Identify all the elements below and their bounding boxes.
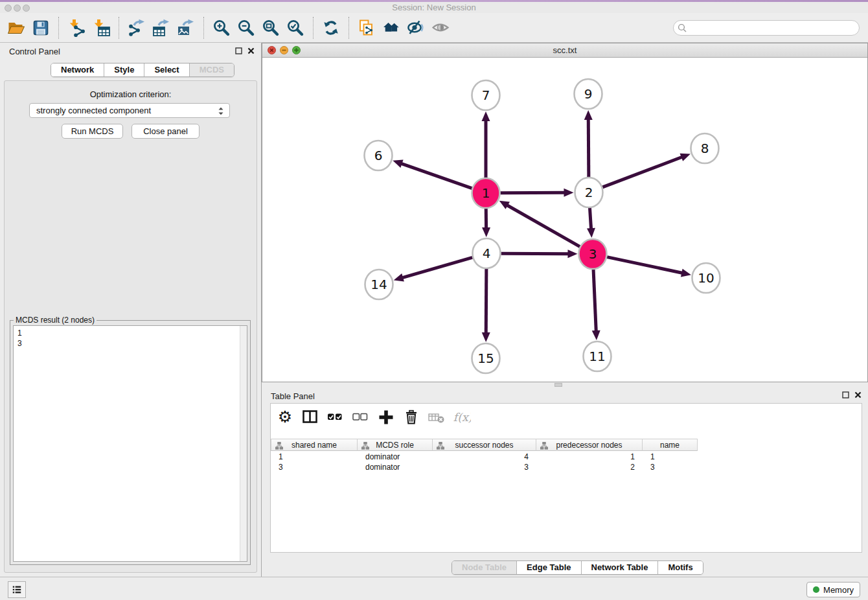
- edge-4-3[interactable]: [501, 253, 569, 254]
- application-window: Session: New Session Control Panel Netwo…: [0, 0, 868, 600]
- node-label-4: 4: [483, 246, 491, 261]
- import-table-icon: [92, 19, 110, 37]
- edge-arrow-1-4: [482, 227, 490, 237]
- edge-arrow-2-8: [680, 154, 691, 161]
- edge-arrow-1-6: [393, 160, 403, 168]
- open-file-button[interactable]: [4, 16, 29, 40]
- select-all-button[interactable]: [326, 408, 345, 427]
- tab-network[interactable]: Network: [51, 63, 104, 76]
- mcds-result-line: 1: [17, 328, 243, 338]
- edge-1-2[interactable]: [500, 192, 565, 193]
- export-network-button[interactable]: [124, 16, 149, 40]
- import-table-button[interactable]: [89, 16, 113, 40]
- save-session-icon: [32, 19, 50, 37]
- memory-label: Memory: [823, 585, 854, 595]
- toolbar-separator: [203, 17, 204, 39]
- node-label-11: 11: [589, 349, 605, 364]
- table-cell[interactable]: 3: [433, 462, 536, 472]
- result-scrollbar[interactable]: [240, 326, 247, 561]
- hide-panels-button[interactable]: [404, 16, 428, 40]
- table-row[interactable]: 1dominator411: [271, 452, 862, 462]
- zoom-out-button[interactable]: [234, 16, 258, 40]
- network-graph-canvas[interactable]: 7968124314101511: [262, 58, 867, 382]
- save-session-button[interactable]: [29, 16, 53, 40]
- network-window-titlebar[interactable]: scc.txt: [262, 43, 867, 58]
- home-view-icon: [382, 19, 400, 37]
- table-tab-motifs[interactable]: Motifs: [657, 561, 702, 574]
- horizontal-splitter-handle[interactable]: [554, 383, 562, 387]
- delete-table-button[interactable]: [402, 408, 420, 427]
- edge-3-11[interactable]: [593, 270, 596, 332]
- node-label-6: 6: [374, 148, 383, 163]
- apply-layout-icon: [322, 19, 340, 37]
- edge-2-3[interactable]: [590, 208, 591, 229]
- zoom-selected-button[interactable]: [283, 16, 308, 40]
- unselect-all-button[interactable]: [352, 408, 370, 427]
- table-cell[interactable]: 3: [643, 462, 698, 472]
- export-image-icon: [177, 19, 195, 37]
- close-panel-button[interactable]: Close panel: [131, 124, 200, 139]
- mcds-result-list[interactable]: 13: [13, 325, 247, 562]
- import-network-button[interactable]: [64, 16, 89, 40]
- sort-hierarchy-icon: [437, 442, 444, 450]
- table-settings-button[interactable]: ⚙: [276, 408, 294, 427]
- apply-layout-button[interactable]: [319, 16, 343, 40]
- node-label-7: 7: [482, 87, 490, 103]
- clone-network-button[interactable]: [354, 16, 379, 40]
- mcds-result-line: 3: [17, 338, 243, 349]
- table-cell[interactable]: 1: [271, 452, 358, 462]
- optimization-criterion-select[interactable]: strongly connected component: [29, 103, 230, 118]
- search-input[interactable]: [673, 20, 860, 36]
- table-cell[interactable]: 1: [643, 452, 698, 462]
- float-table-panel-icon[interactable]: [842, 391, 849, 398]
- export-table-button[interactable]: [149, 16, 174, 40]
- run-mcds-button[interactable]: Run MCDS: [62, 124, 123, 139]
- table-cell[interactable]: 1: [536, 452, 643, 462]
- split-panel-button[interactable]: [301, 408, 319, 427]
- table-tab-network-table[interactable]: Network Table: [581, 561, 658, 574]
- column-header-successor-nodes[interactable]: successor nodes: [433, 439, 536, 451]
- table-cell[interactable]: 4: [433, 452, 536, 462]
- edge-2-8[interactable]: [602, 157, 683, 187]
- edge-3-10[interactable]: [607, 257, 683, 273]
- edge-arrow-2-9: [584, 110, 593, 120]
- home-view-button[interactable]: [379, 16, 404, 40]
- edge-4-14[interactable]: [402, 257, 472, 278]
- zoom-in-icon: [212, 19, 231, 37]
- task-history-button[interactable]: [8, 581, 26, 598]
- edge-2-9[interactable]: [588, 119, 589, 177]
- add-column-button[interactable]: [377, 408, 395, 427]
- edge-3-1[interactable]: [507, 205, 580, 246]
- table-tab-edge-table[interactable]: Edge Table: [516, 561, 580, 574]
- column-header-MCDS-role[interactable]: MCDS role: [358, 439, 433, 451]
- tab-style[interactable]: Style: [104, 63, 144, 76]
- export-image-button[interactable]: [174, 16, 198, 40]
- column-header-predecessor-nodes[interactable]: predecessor nodes: [536, 439, 643, 451]
- close-table-panel-icon[interactable]: [854, 391, 862, 398]
- delete-column-button: [428, 408, 446, 427]
- toolbar-separator: [313, 17, 314, 39]
- table-tab-node-table[interactable]: Node Table: [452, 561, 516, 574]
- tab-mcds[interactable]: MCDS: [189, 63, 234, 76]
- zoom-fit-button[interactable]: [258, 16, 283, 40]
- zoom-in-button[interactable]: [209, 16, 234, 40]
- memory-button[interactable]: Memory: [806, 582, 860, 597]
- window-title: Session: New Session: [0, 3, 868, 12]
- status-bar: Memory: [0, 577, 868, 600]
- table-cell[interactable]: 2: [536, 462, 643, 472]
- tab-select[interactable]: Select: [144, 63, 188, 76]
- control-panel-tabs: NetworkStyleSelectMCDS: [51, 63, 234, 77]
- close-panel-icon[interactable]: [247, 47, 255, 54]
- column-header-shared-name[interactable]: shared name: [271, 439, 358, 451]
- column-header-name[interactable]: name: [643, 439, 698, 451]
- table-cell[interactable]: dominator: [358, 452, 433, 462]
- edge-1-6[interactable]: [401, 163, 472, 188]
- node-label-9: 9: [584, 86, 593, 102]
- float-panel-icon[interactable]: [235, 47, 242, 54]
- table-cell[interactable]: 3: [271, 462, 358, 472]
- edge-4-15[interactable]: [486, 269, 486, 334]
- table-row[interactable]: 3dominator323: [271, 462, 862, 472]
- table-cell[interactable]: dominator: [358, 462, 433, 472]
- table-toolbar: ⚙f(x): [276, 408, 471, 427]
- window-titlebar: Session: New Session: [0, 2, 868, 13]
